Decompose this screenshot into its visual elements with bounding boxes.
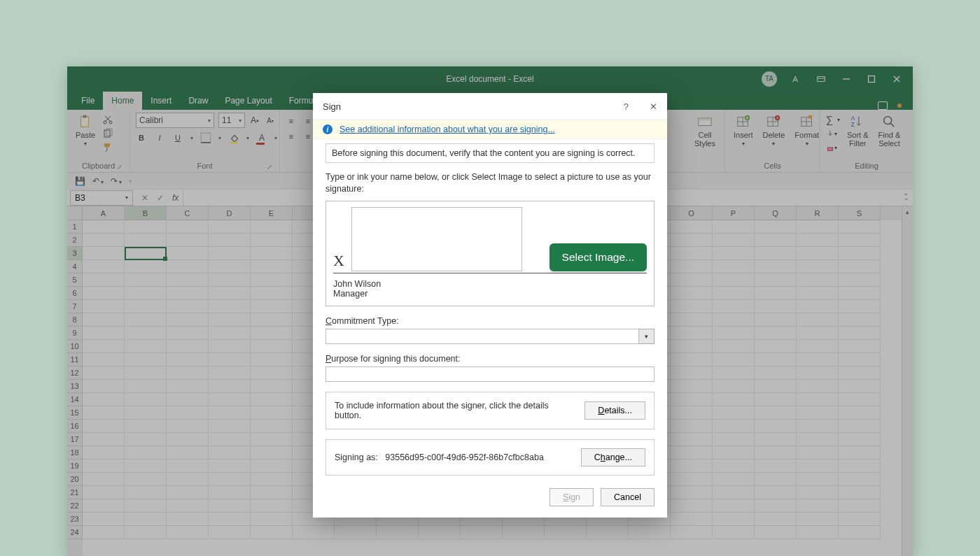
tab-file[interactable]: File [73, 92, 103, 110]
svg-rect-10 [104, 143, 110, 147]
row-header[interactable]: 15 [67, 406, 83, 420]
increase-font-icon[interactable]: A▴ [249, 115, 260, 126]
name-box[interactable]: B3▾ [70, 190, 133, 206]
commitment-dropdown-button[interactable]: ▾ [639, 329, 654, 344]
autosum-button[interactable]: ∑▾ [826, 114, 840, 125]
italic-button[interactable]: I [154, 132, 165, 143]
align-left-icon[interactable]: ≡ [286, 131, 297, 142]
format-cells-button[interactable]: Format▾ [792, 113, 822, 148]
row-header[interactable]: 22 [67, 499, 83, 513]
underline-button[interactable]: U [172, 132, 183, 143]
decrease-font-icon[interactable]: A▾ [265, 115, 276, 126]
align-middle-icon[interactable]: ≡ [302, 115, 314, 127]
tab-page-layout[interactable]: Page Layout [216, 92, 280, 110]
insert-cells-button[interactable]: Insert▾ [731, 113, 756, 148]
row-header[interactable]: 3 [67, 247, 83, 260]
row-header[interactable]: 12 [67, 366, 83, 380]
row-header[interactable]: 7 [67, 300, 83, 313]
window-title: Excel document - Excel [67, 74, 913, 84]
column-header[interactable]: Q [755, 206, 797, 220]
tab-home[interactable]: Home [103, 92, 142, 110]
column-header[interactable]: E [251, 206, 293, 220]
row-header[interactable]: 2 [67, 234, 83, 247]
delete-cells-button[interactable]: Delete▾ [760, 113, 788, 148]
fx-label[interactable]: fx [172, 193, 183, 203]
column-header[interactable]: C [167, 206, 209, 220]
align-center-icon[interactable]: ≡ [302, 131, 314, 142]
row-header[interactable]: 11 [67, 353, 83, 366]
tab-insert[interactable]: Insert [142, 92, 180, 110]
row-header[interactable]: 4 [67, 260, 83, 273]
find-select-button[interactable]: Find & Select [876, 113, 904, 149]
row-header[interactable]: 17 [67, 433, 83, 446]
enter-formula-icon[interactable]: ✓ [157, 193, 164, 203]
signing-as-panel: Signing as: 93556d95-c00f-49d6-952f-86b7… [326, 439, 654, 476]
row-header[interactable]: 8 [67, 313, 83, 327]
font-color-button[interactable]: A [256, 132, 267, 143]
details-button[interactable]: Details... [584, 401, 645, 420]
commitment-type-combo[interactable] [326, 329, 639, 344]
row-header[interactable]: 6 [67, 287, 83, 300]
copy-icon[interactable] [102, 128, 113, 139]
format-painter-icon[interactable] [102, 142, 113, 153]
cancel-formula-icon[interactable]: ✕ [141, 193, 148, 203]
see-additional-info-link[interactable]: See additional information about what yo… [340, 124, 555, 134]
row-headers[interactable]: 123456789101112131415161718192021222324 [67, 220, 83, 556]
close-icon[interactable]: ✕ [650, 101, 657, 112]
column-header[interactable]: O [671, 206, 713, 220]
cut-icon[interactable] [102, 114, 113, 125]
change-button[interactable]: Change... [581, 448, 645, 466]
help-button[interactable]: ? [624, 101, 629, 112]
redo-button[interactable]: ↷ ▾ [111, 176, 122, 186]
select-all-corner[interactable] [67, 206, 83, 220]
vertical-scrollbar[interactable]: ▴ [902, 206, 913, 556]
details-text: To include information about the signer,… [335, 401, 576, 420]
column-header[interactable]: R [797, 206, 839, 220]
row-header[interactable]: 21 [67, 486, 83, 499]
column-header[interactable]: D [209, 206, 251, 220]
column-header[interactable]: A [83, 206, 125, 220]
cell-styles-button[interactable]: Cell Styles [692, 113, 718, 149]
row-header[interactable]: 24 [67, 526, 83, 539]
row-header[interactable]: 18 [67, 446, 83, 459]
row-header[interactable]: 14 [67, 393, 83, 406]
bold-button[interactable]: B [136, 132, 147, 143]
clear-button[interactable]: ▾ [826, 142, 837, 153]
column-header[interactable]: B [125, 206, 167, 220]
align-top-icon[interactable]: ≡ [286, 115, 297, 127]
fill-button[interactable]: ▾ [826, 128, 837, 139]
details-panel: To include information about the signer,… [326, 392, 654, 429]
border-button[interactable] [200, 132, 211, 143]
row-header[interactable]: 10 [67, 340, 83, 353]
row-header[interactable]: 19 [67, 459, 83, 473]
undo-button[interactable]: ↶ ▾ [92, 176, 104, 186]
font-name-combo[interactable]: Calibri▾ [136, 113, 214, 128]
row-header[interactable]: 13 [67, 380, 83, 393]
sign-button[interactable]: Sign [550, 488, 594, 506]
notification-dot[interactable] [897, 104, 902, 108]
paste-button[interactable]: Paste ▾ [73, 113, 98, 148]
row-header[interactable]: 23 [67, 513, 83, 526]
qat-customize[interactable]: ▾ [129, 178, 132, 185]
row-header[interactable]: 5 [67, 273, 83, 287]
font-size-combo[interactable]: 11▾ [218, 113, 245, 128]
row-header[interactable]: 20 [67, 473, 83, 486]
cancel-button[interactable]: Cancel [601, 488, 654, 506]
row-header[interactable]: 1 [67, 220, 83, 234]
select-image-button[interactable]: Select Image... [550, 243, 647, 271]
fill-color-button[interactable] [228, 132, 239, 143]
purpose-input[interactable] [326, 366, 654, 382]
active-cell[interactable] [125, 247, 167, 260]
row-header[interactable]: 9 [67, 327, 83, 340]
tab-draw[interactable]: Draw [180, 92, 216, 110]
save-icon[interactable]: 💾 [74, 176, 85, 187]
collapse-ribbon-icon[interactable]: ⌃ [903, 192, 909, 200]
group-clipboard: Clipboard⤢ [73, 159, 124, 172]
column-header[interactable]: S [839, 206, 881, 220]
signature-canvas[interactable] [351, 207, 522, 271]
column-header[interactable]: P [713, 206, 755, 220]
sort-filter-button[interactable]: AZSort & Filter [844, 113, 872, 149]
dialog-title: Sign [323, 101, 341, 112]
share-icon[interactable] [878, 101, 888, 110]
row-header[interactable]: 16 [67, 420, 83, 433]
